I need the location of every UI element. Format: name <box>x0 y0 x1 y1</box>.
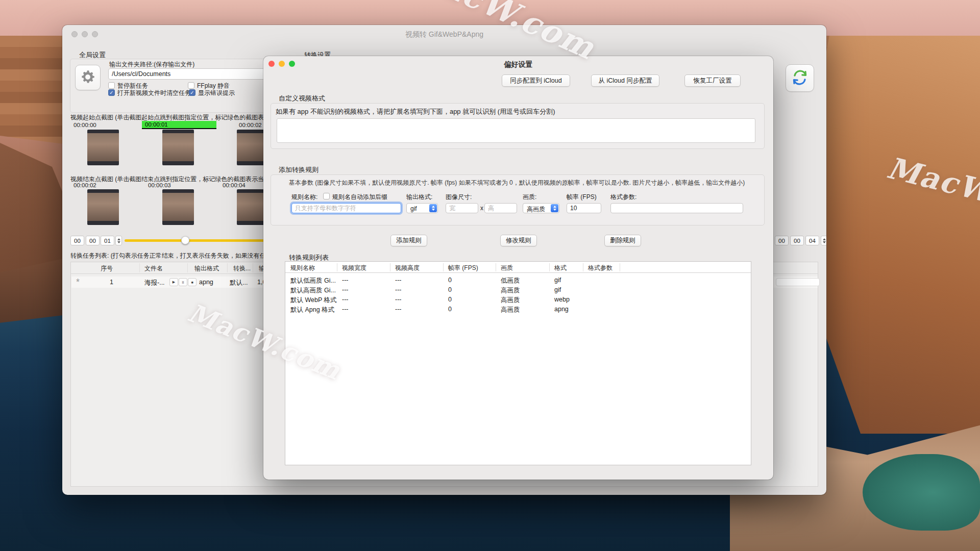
rule-col-name[interactable]: 规则名称 <box>290 264 315 272</box>
main-window-titlebar[interactable]: 视频转 Gif&WebP&Apng <box>62 25 826 43</box>
task-stop-button[interactable]: ■ <box>188 278 197 286</box>
image-width-input[interactable] <box>446 203 478 213</box>
show-errors-label: 显示错误提示 <box>198 89 235 97</box>
task-spinner-icon: * <box>76 277 80 288</box>
rule-cell: 低画质 <box>501 277 520 285</box>
end-thumbnail-1[interactable] <box>162 189 194 225</box>
stepper-down-icon <box>823 241 826 243</box>
rule-cell: --- <box>395 286 402 293</box>
end-minutes-field[interactable]: 00 <box>790 236 804 245</box>
clear-tasks-label: 打开新视频文件时清空任务 <box>117 89 191 97</box>
task-play-button[interactable]: ▶ <box>169 278 178 286</box>
start-minutes-field[interactable]: 00 <box>86 236 100 245</box>
column-separator <box>620 263 620 271</box>
task-col-format[interactable]: 输出格式 <box>194 264 219 273</box>
quality-select[interactable]: 高画质 <box>523 203 559 213</box>
task-pause-button[interactable]: II <box>179 278 187 286</box>
rule-cell: 默认高画质 Gi... <box>290 286 336 295</box>
start-thumb-time-selected[interactable]: 00:00:01 <box>142 121 216 129</box>
size-separator: x <box>480 205 483 212</box>
rule-cell: 默认 Apng 格式 <box>290 306 334 314</box>
clear-tasks-checkbox[interactable] <box>108 89 115 96</box>
rule-row[interactable]: 默认 WebP 格式 --- --- 0 高画质 webp <box>285 295 751 305</box>
ffplay-mute-checkbox[interactable] <box>188 82 194 89</box>
auto-suffix-checkbox[interactable] <box>323 193 330 199</box>
quality-label: 画质: <box>523 193 536 202</box>
rule-cell: --- <box>342 306 349 313</box>
factory-reset-button[interactable]: 恢复工厂设置 <box>684 74 741 87</box>
format-params-input[interactable] <box>610 203 743 213</box>
task-format: apng <box>199 279 213 286</box>
start-thumb-time-0[interactable]: 00:00:00 <box>74 122 96 128</box>
rule-col-quality[interactable]: 画质 <box>501 264 513 272</box>
delete-rule-button[interactable]: 删除规则 <box>604 235 641 246</box>
time-slider-knob[interactable] <box>181 236 189 244</box>
sync-to-icloud-button[interactable]: 同步配置到 iCloud <box>502 74 570 87</box>
task-col-seq[interactable]: 序号 <box>101 264 113 273</box>
stepper-up-icon <box>117 238 120 240</box>
image-height-input[interactable] <box>484 203 517 213</box>
pause-new-task-checkbox[interactable] <box>108 82 115 89</box>
desktop: 视频转 Gif&WebP&Apng 全局设置 输出文件夹路径:(保存输出文件) … <box>0 0 980 551</box>
end-thumb-time-0[interactable]: 00:00:02 <box>74 182 96 188</box>
format-params-label: 格式参数: <box>610 193 636 202</box>
task-col-rule[interactable]: 转换... <box>233 264 251 273</box>
rule-name-input[interactable] <box>291 203 401 213</box>
start-hours-field[interactable]: 00 <box>70 236 84 245</box>
start-thumb-time-2[interactable]: 00:00:02 <box>239 122 262 128</box>
rule-cell: 默认低画质 Gi... <box>290 277 336 285</box>
add-rule-hint: 基本参数 (图像尺寸如果不填，默认使用视频原尺寸. 帧率 (fps) 如果不填写… <box>289 179 745 187</box>
custom-format-desc: 如果有 app 不能识别的视频格式，请把扩展名填写到下面，app 就可以识别 (… <box>276 107 555 116</box>
column-separator <box>496 263 496 271</box>
rule-cell: gif <box>554 286 561 293</box>
rule-cell: --- <box>342 286 349 293</box>
fps-input[interactable] <box>567 203 601 213</box>
start-thumbnail-1[interactable] <box>162 130 194 165</box>
rule-cell: 高画质 <box>501 286 520 295</box>
rule-col-width[interactable]: 视频宽度 <box>342 264 366 272</box>
rule-row[interactable]: 默认低画质 Gi... --- --- 0 低画质 gif <box>285 276 751 285</box>
image-size-label: 图像尺寸: <box>446 193 472 202</box>
start-time-stepper[interactable] <box>115 236 122 245</box>
rule-row[interactable]: 默认高画质 Gi... --- --- 0 高画质 gif <box>285 285 751 295</box>
column-separator <box>583 263 583 271</box>
rule-col-fps[interactable]: 帧率 (FPS) <box>448 264 478 272</box>
rule-col-format[interactable]: 格式 <box>554 264 567 272</box>
end-thumb-time-2[interactable]: 00:00:04 <box>223 182 246 188</box>
output-format-select[interactable]: gif <box>406 203 438 213</box>
end-thumb-time-1[interactable]: 00:00:03 <box>148 182 171 188</box>
output-format-value: gif <box>410 205 417 212</box>
show-errors-checkbox[interactable] <box>189 89 195 96</box>
start-seconds-field[interactable]: 01 <box>101 236 114 245</box>
output-path-label: 输出文件夹路径:(保存输出文件) <box>109 60 194 69</box>
add-rule-title: 添加转换规则 <box>279 165 318 174</box>
app-settings-gear-button[interactable] <box>75 65 101 90</box>
add-rule-button[interactable]: 添加规则 <box>390 235 427 246</box>
rule-cell: apng <box>554 306 569 313</box>
dialog-titlebar[interactable]: 偏好设置 <box>263 56 773 72</box>
rule-col-height[interactable]: 视频高度 <box>395 264 420 272</box>
start-convert-button[interactable] <box>786 64 814 92</box>
task-filename: 海报-... <box>144 279 165 287</box>
convert-cycle-icon <box>791 69 808 88</box>
rule-cell: 默认 WebP 格式 <box>290 296 337 305</box>
end-seconds-field[interactable]: 04 <box>805 236 819 245</box>
modify-rule-button[interactable]: 修改规则 <box>500 235 537 246</box>
rule-cell: --- <box>395 277 402 284</box>
output-format-label: 输出格式: <box>406 193 432 202</box>
task-col-filename[interactable]: 文件名 <box>144 264 163 273</box>
fps-label: 帧率 (FPS) <box>567 193 597 202</box>
rule-cell: gif <box>554 277 561 284</box>
task-progress-bar <box>776 278 820 286</box>
end-hours-field[interactable]: 00 <box>775 236 789 245</box>
end-thumbnail-0[interactable] <box>87 189 119 225</box>
rule-col-params[interactable]: 格式参数 <box>588 264 612 272</box>
rule-table: 规则名称 视频宽度 视频高度 帧率 (FPS) 画质 格式 格式参数 默认低画质… <box>285 261 751 465</box>
rule-cell: 0 <box>448 306 452 313</box>
custom-format-textarea[interactable] <box>277 118 755 143</box>
start-thumbnail-0[interactable] <box>87 130 119 165</box>
header-divider <box>285 272 751 273</box>
rule-row[interactable]: 默认 Apng 格式 --- --- 0 高画质 apng <box>285 305 751 314</box>
end-time-stepper[interactable] <box>821 236 826 245</box>
sync-from-icloud-button[interactable]: 从 iCloud 同步配置 <box>591 74 659 87</box>
